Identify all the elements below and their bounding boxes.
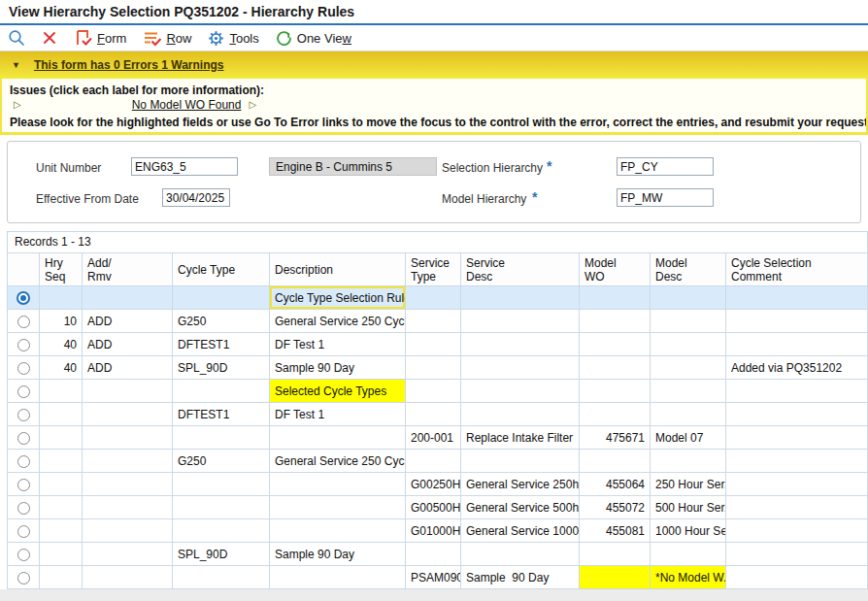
cell-description: [270, 473, 406, 496]
cell-hry_seq: [40, 543, 83, 566]
column-header-comment[interactable]: Cycle Selection Comment: [726, 253, 868, 286]
issue-expand-right-icon[interactable]: ▷: [249, 99, 256, 111]
table-row: DFTEST1DF Test 1: [8, 403, 868, 426]
cell-hry_seq: 40: [40, 356, 83, 380]
cell-model_wo: [580, 333, 651, 356]
cell-model_wo: [580, 380, 651, 403]
cell-model_desc: [651, 310, 726, 333]
cell-cycle_type: [173, 286, 270, 310]
table-row: G00500HGeneral Service 500hr455072500 Ho…: [8, 496, 868, 519]
cell-comment: [726, 473, 868, 496]
selection-hierarchy-input[interactable]: [617, 157, 714, 176]
issue-link[interactable]: No Model WO Found: [132, 98, 242, 112]
radio-selected-icon[interactable]: [17, 291, 30, 305]
warning-banner: ▼ This form has 0 Errors 1 Warnings: [0, 51, 868, 79]
row-select-radio[interactable]: [8, 286, 40, 310]
radio-icon[interactable]: [17, 549, 30, 561]
app-window: View Hierarchy Selection PQ351202 - Hier…: [0, 0, 868, 601]
cell-service_desc: [461, 403, 580, 426]
cell-cycle_type: [173, 380, 270, 403]
cell-description: [270, 566, 406, 589]
cell-service_type: [406, 333, 461, 356]
toolbar-button-form[interactable]: Form: [74, 29, 126, 47]
cell-service_desc: Replace Intake Filter: [461, 426, 580, 450]
cell-service_desc: General Service 1000hr: [461, 519, 580, 543]
table-row: G250General Service 250 Cycle: [8, 450, 868, 473]
row-select-radio[interactable]: [8, 380, 40, 403]
cell-add_rmv: [83, 519, 173, 543]
cell-service_type: [406, 356, 461, 380]
cell-model_wo: 475671: [580, 426, 651, 450]
radio-icon[interactable]: [17, 409, 30, 421]
column-header-model_desc[interactable]: Model Desc: [651, 253, 726, 286]
row-select-radio[interactable]: [8, 310, 40, 333]
cell-hry_seq: [40, 566, 83, 589]
toolbar-button-tools[interactable]: Tools: [208, 30, 258, 47]
cell-comment: [726, 450, 868, 473]
cell-cycle_type: [173, 496, 270, 519]
column-header-description[interactable]: Description: [270, 253, 406, 286]
row-select-radio[interactable]: [8, 496, 40, 519]
row-select-radio[interactable]: [8, 450, 40, 473]
radio-icon[interactable]: [17, 572, 30, 584]
row-select-radio[interactable]: [8, 333, 40, 356]
column-header-add_rmv[interactable]: Add/ Rmv: [83, 253, 173, 286]
radio-icon[interactable]: [17, 525, 30, 538]
toolbar-button-find[interactable]: [8, 29, 25, 47]
warning-summary-link[interactable]: This form has 0 Errors 1 Warnings: [34, 58, 224, 72]
cell-hry_seq: [40, 450, 83, 473]
row-select-radio[interactable]: [8, 426, 40, 450]
toolbar-label-form: Form: [97, 31, 126, 46]
collapse-triangle-icon[interactable]: ▼: [12, 60, 20, 70]
footer-strip: [0, 589, 868, 601]
radio-icon[interactable]: [17, 455, 30, 468]
cell-add_rmv: [83, 403, 173, 426]
radio-icon[interactable]: [17, 316, 30, 328]
unit-description-field: Engine B - Cummins 5: [269, 157, 437, 176]
effective-from-date-label: Effective From Date: [36, 192, 139, 206]
cell-model_wo: [580, 286, 651, 310]
cell-cycle_type: [173, 519, 270, 543]
cell-service_desc: [461, 310, 580, 333]
search-icon: [8, 29, 25, 47]
row-select-radio[interactable]: [8, 519, 40, 543]
radio-icon[interactable]: [17, 339, 30, 351]
row-select-radio[interactable]: [8, 356, 40, 380]
radio-icon[interactable]: [17, 502, 30, 515]
row-select-radio[interactable]: [8, 403, 40, 426]
issue-expand-left-icon[interactable]: ▷: [14, 99, 21, 111]
effective-from-date-input[interactable]: [162, 188, 230, 207]
radio-icon[interactable]: [17, 479, 30, 491]
cell-service_desc: General Service 250hr: [461, 473, 580, 496]
toolbar-button-close[interactable]: [42, 30, 57, 46]
toolbar-button-row[interactable]: Row: [143, 29, 191, 47]
toolbar-button-one-view[interactable]: One View: [276, 30, 351, 47]
row-select-radio[interactable]: [8, 473, 40, 496]
column-header-cycle_type[interactable]: Cycle Type: [173, 253, 270, 286]
radio-icon[interactable]: [17, 432, 30, 445]
cell-add_rmv: [83, 426, 173, 450]
column-header-model_wo[interactable]: Model WO: [580, 253, 651, 286]
model-hierarchy-input[interactable]: [617, 188, 714, 207]
cell-model_wo: [580, 543, 651, 566]
column-header-service_type[interactable]: Service Type: [406, 253, 461, 286]
cell-add_rmv: ADD: [83, 310, 173, 333]
column-header-hry_seq[interactable]: Hry Seq: [40, 253, 83, 286]
one-view-icon: [276, 30, 292, 47]
cell-add_rmv: [83, 450, 173, 473]
row-select-radio[interactable]: [8, 543, 40, 566]
unit-number-input[interactable]: [131, 157, 238, 176]
column-header-service_desc[interactable]: Service Desc: [461, 253, 580, 286]
cell-add_rmv: [83, 286, 173, 310]
issue-row: ▷ No Model WO Found ▷: [10, 98, 858, 112]
radio-icon[interactable]: [17, 385, 30, 398]
table-row: G01000HGeneral Service 1000hr4550811000 …: [8, 519, 868, 543]
cell-comment: [726, 519, 868, 543]
selection-hierarchy-label: Selection Hierarchy: [442, 161, 543, 175]
cell-model_desc: 500 Hour Ser...: [651, 496, 726, 519]
cell-service_desc: [461, 356, 580, 380]
radio-icon[interactable]: [17, 362, 30, 375]
row-exit-icon: [143, 29, 161, 47]
cell-service_desc: [461, 286, 580, 310]
row-select-radio[interactable]: [8, 566, 40, 589]
